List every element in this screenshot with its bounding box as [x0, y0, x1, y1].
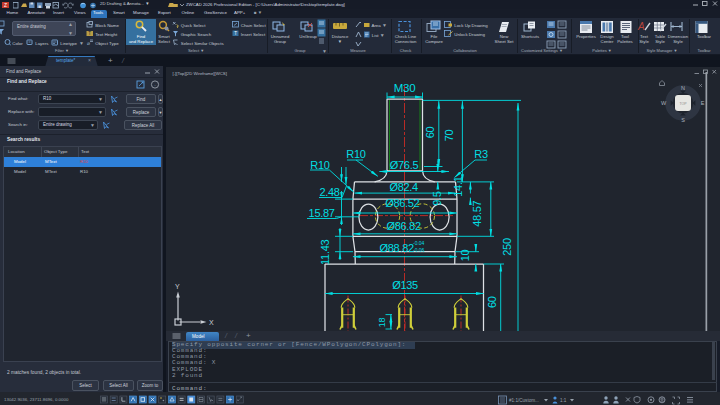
- svg-text:Ø76.5: Ø76.5: [390, 159, 419, 171]
- svg-text:Z: Z: [4, 2, 7, 8]
- svg-text:N: N: [681, 85, 685, 91]
- svg-text:60: 60: [424, 127, 436, 139]
- svg-text:[-][Top][2D Wireframe][WCS]: [-][Top][2D Wireframe][WCS]: [173, 71, 227, 76]
- svg-text:-0.06: -0.06: [413, 247, 425, 253]
- svg-text:Y: Y: [175, 283, 180, 290]
- svg-text:R3: R3: [474, 148, 488, 160]
- svg-text:10: 10: [459, 249, 471, 261]
- svg-text:15.87: 15.87: [309, 207, 335, 219]
- svg-text:48.57: 48.57: [471, 201, 483, 227]
- svg-text:Ø86.82: Ø86.82: [386, 220, 420, 232]
- svg-text:S: S: [681, 117, 685, 123]
- svg-text:2.48: 2.48: [319, 186, 339, 198]
- svg-text:Ø88.82: Ø88.82: [380, 242, 414, 254]
- svg-text:Ø135: Ø135: [392, 279, 418, 291]
- svg-text:60: 60: [486, 296, 498, 308]
- svg-text:E: E: [701, 100, 705, 106]
- svg-text:R10: R10: [310, 159, 329, 171]
- svg-text:A: A: [637, 21, 645, 32]
- svg-text:70: 70: [443, 130, 455, 142]
- svg-text:Ø86.52: Ø86.52: [385, 197, 419, 209]
- svg-text:TOP: TOP: [679, 102, 687, 106]
- svg-text:X: X: [209, 319, 214, 326]
- svg-text:·: ·: [154, 81, 156, 87]
- svg-text:18: 18: [377, 318, 387, 328]
- svg-text:250: 250: [501, 238, 513, 256]
- svg-text:#1:1/Custom...: #1:1/Custom...: [509, 398, 539, 403]
- svg-text:T: T: [234, 31, 237, 36]
- svg-text:T: T: [88, 31, 91, 36]
- svg-text:R10: R10: [346, 148, 365, 160]
- svg-text:M30: M30: [394, 82, 415, 94]
- svg-text:W: W: [661, 100, 667, 106]
- svg-text:14.1: 14.1: [452, 176, 464, 196]
- svg-text:⌀: ⌀: [87, 40, 90, 46]
- svg-text:9.5: 9.5: [431, 191, 443, 206]
- svg-text:1:1: 1:1: [560, 398, 567, 403]
- svg-text:-0.04: -0.04: [413, 240, 425, 246]
- svg-text:11.43: 11.43: [319, 240, 331, 265]
- svg-text:Ø82.4: Ø82.4: [389, 181, 418, 193]
